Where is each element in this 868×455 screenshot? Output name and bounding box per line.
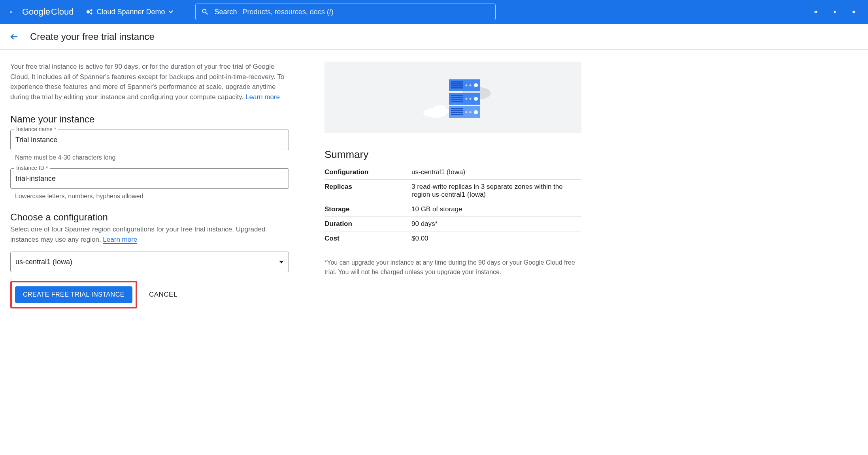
svg-point-16 bbox=[470, 111, 472, 113]
svg-rect-29 bbox=[451, 114, 463, 115]
cancel-button[interactable]: CANCEL bbox=[149, 291, 177, 299]
config-section-heading: Choose a configuration bbox=[10, 212, 289, 223]
form-column: Your free trial instance is active for 9… bbox=[10, 62, 289, 308]
config-learn-more-link[interactable]: Learn more bbox=[103, 236, 137, 244]
summary-row-label: Storage bbox=[325, 202, 411, 217]
dropdown-icon bbox=[279, 261, 284, 263]
svg-rect-26 bbox=[451, 108, 463, 109]
search-input[interactable] bbox=[243, 8, 490, 16]
config-selected-value: us-central1 (Iowa) bbox=[15, 258, 72, 266]
svg-point-0 bbox=[87, 10, 90, 13]
summary-row: Configurationus-central1 (Iowa) bbox=[325, 165, 581, 180]
summary-title: Summary bbox=[325, 149, 581, 161]
summary-row-value: 3 read-write replicas in 3 separate zone… bbox=[411, 180, 581, 202]
svg-point-11 bbox=[466, 85, 468, 86]
config-section-sub: Select one of four Spanner region config… bbox=[10, 224, 289, 244]
svg-rect-28 bbox=[451, 112, 463, 113]
summary-table: Configurationus-central1 (Iowa)Replicas3… bbox=[325, 165, 581, 246]
summary-row-value: 10 GB of storage bbox=[411, 202, 581, 217]
logo-google-text: Google bbox=[22, 7, 50, 17]
cloud-shell-icon[interactable] bbox=[811, 7, 821, 17]
intro-text: Your free trial instance is active for 9… bbox=[10, 63, 284, 101]
svg-rect-22 bbox=[451, 95, 463, 96]
svg-rect-20 bbox=[451, 85, 463, 86]
create-button[interactable]: CREATE FREE TRIAL INSTANCE bbox=[15, 286, 132, 303]
back-arrow-icon[interactable] bbox=[9, 32, 19, 41]
instance-id-input[interactable] bbox=[10, 168, 289, 189]
svg-rect-23 bbox=[451, 97, 463, 98]
summary-column: Summary Configurationus-central1 (Iowa)R… bbox=[325, 62, 581, 308]
project-name: Cloud Spanner Demo bbox=[96, 8, 165, 16]
svg-point-9 bbox=[474, 83, 478, 87]
svg-rect-24 bbox=[451, 99, 463, 100]
search-label: Search bbox=[215, 8, 237, 16]
summary-row: Duration90 days* bbox=[325, 217, 581, 231]
menu-icon[interactable] bbox=[6, 7, 16, 17]
chevron-down-icon bbox=[168, 9, 173, 14]
summary-row-label: Configuration bbox=[325, 165, 411, 180]
summary-row-label: Cost bbox=[325, 231, 411, 246]
summary-row: Storage10 GB of storage bbox=[325, 202, 581, 217]
summary-row-value: $0.00 bbox=[411, 231, 581, 246]
svg-rect-27 bbox=[451, 110, 463, 111]
svg-point-14 bbox=[466, 98, 468, 100]
header-right-icons bbox=[811, 7, 862, 17]
instance-id-helper: Lowercase letters, numbers, hyphens allo… bbox=[15, 193, 289, 200]
server-illustration bbox=[325, 62, 581, 133]
svg-point-13 bbox=[470, 98, 472, 100]
create-button-highlight: CREATE FREE TRIAL INSTANCE bbox=[10, 281, 137, 308]
search-bar[interactable]: Search bbox=[195, 4, 496, 20]
instance-id-field: Instance ID * bbox=[10, 168, 289, 189]
svg-point-17 bbox=[466, 111, 468, 113]
config-select[interactable]: us-central1 (Iowa) bbox=[10, 252, 289, 272]
logo-cloud-text: Cloud bbox=[51, 7, 74, 17]
top-header: Google Cloud Cloud Spanner Demo Search bbox=[0, 0, 868, 24]
intro-learn-more-link[interactable]: Learn more bbox=[245, 93, 280, 101]
notifications-icon[interactable] bbox=[830, 7, 840, 17]
config-sub-text: Select one of four Spanner region config… bbox=[10, 226, 265, 243]
main-content: Your free trial instance is active for 9… bbox=[0, 50, 868, 320]
summary-row: Cost$0.00 bbox=[325, 231, 581, 246]
svg-rect-18 bbox=[451, 81, 463, 83]
page-title: Create your free trial instance bbox=[30, 31, 155, 42]
svg-rect-21 bbox=[451, 87, 463, 88]
summary-row: Replicas3 read-write replicas in 3 separ… bbox=[325, 180, 581, 202]
instance-name-input[interactable] bbox=[10, 130, 289, 150]
svg-point-15 bbox=[474, 110, 478, 114]
summary-row-value: us-central1 (Iowa) bbox=[411, 165, 581, 180]
summary-note: *You can upgrade your instance at any ti… bbox=[325, 258, 581, 277]
config-select-wrap: us-central1 (Iowa) bbox=[10, 252, 289, 272]
svg-point-10 bbox=[470, 85, 472, 86]
help-icon[interactable] bbox=[849, 7, 859, 17]
summary-row-label: Replicas bbox=[325, 180, 411, 202]
svg-point-1 bbox=[91, 9, 92, 11]
svg-rect-25 bbox=[451, 101, 463, 102]
instance-name-helper: Name must be 4-30 characters long bbox=[15, 154, 289, 161]
summary-row-value: 90 days* bbox=[411, 217, 581, 231]
search-icon bbox=[201, 8, 209, 16]
svg-rect-3 bbox=[815, 11, 817, 13]
project-dots-icon bbox=[86, 8, 93, 15]
svg-point-2 bbox=[91, 13, 92, 15]
subheader: Create your free trial instance bbox=[0, 24, 868, 50]
form-actions: CREATE FREE TRIAL INSTANCE CANCEL bbox=[10, 281, 289, 308]
svg-rect-19 bbox=[451, 83, 463, 85]
name-section-heading: Name your instance bbox=[10, 114, 289, 125]
intro-paragraph: Your free trial instance is active for 9… bbox=[10, 62, 289, 102]
instance-id-label: Instance ID * bbox=[14, 165, 50, 171]
project-picker[interactable]: Cloud Spanner Demo bbox=[86, 8, 173, 16]
summary-row-label: Duration bbox=[325, 217, 411, 231]
instance-name-field: Instance name * bbox=[10, 130, 289, 150]
svg-point-12 bbox=[474, 97, 478, 101]
google-cloud-logo[interactable]: Google Cloud bbox=[22, 7, 74, 17]
instance-name-label: Instance name * bbox=[14, 126, 58, 132]
